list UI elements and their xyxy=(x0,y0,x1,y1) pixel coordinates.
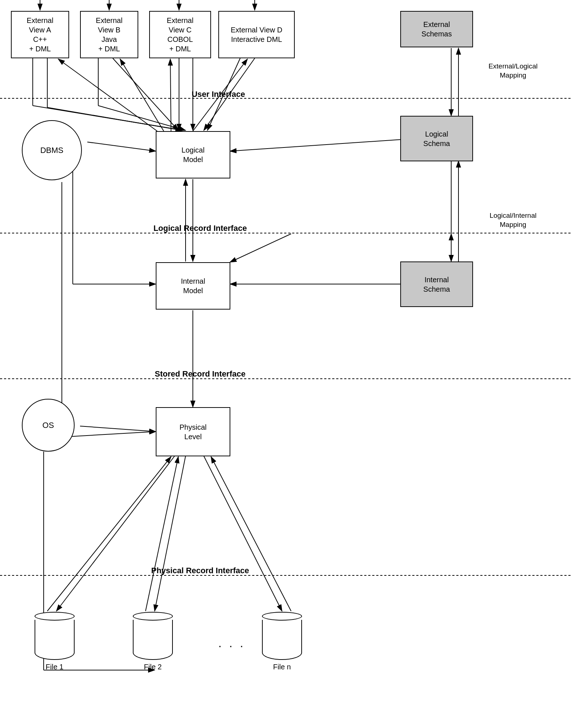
file-dots: · · · xyxy=(218,639,245,653)
logical-model-label: LogicalModel xyxy=(182,145,204,164)
file1-cylinder-body xyxy=(35,620,75,660)
file1-label: File 1 xyxy=(46,663,64,671)
ext-view-d-box: External View D Interactive DML xyxy=(218,11,295,58)
ext-view-b-label: External View B Java + DML xyxy=(96,16,122,54)
logical-model-box: LogicalModel xyxy=(156,131,230,178)
external-schemas-box: ExternalSchemas xyxy=(400,11,473,47)
os-label: OS xyxy=(43,421,54,430)
file1-cylinder-top xyxy=(35,612,75,621)
filen-cylinder-body xyxy=(262,620,302,660)
os-circle: OS xyxy=(22,399,75,452)
logical-schema-box: LogicalSchema xyxy=(400,116,473,161)
physical-record-interface-label: Physical Record Interface xyxy=(73,566,327,575)
user-interface-label: User Interface xyxy=(127,90,309,99)
svg-line-46 xyxy=(47,457,171,611)
svg-line-16 xyxy=(98,106,186,130)
file2-cylinder: File 2 xyxy=(133,612,173,671)
ext-view-c-box: External View C COBOL + DML xyxy=(149,11,211,58)
svg-line-41 xyxy=(62,432,156,437)
internal-model-box: InternalModel xyxy=(156,262,230,310)
svg-line-43 xyxy=(56,456,175,611)
internal-schema-label: InternalSchema xyxy=(423,275,450,294)
ext-logical-mapping-label: External/LogicalMapping xyxy=(477,62,549,80)
svg-line-31 xyxy=(230,138,418,151)
logical-internal-mapping-label: Logical/InternalMapping xyxy=(477,211,549,229)
logical-schema-label: LogicalSchema xyxy=(423,129,450,148)
ext-view-b-box: External View B Java + DML xyxy=(80,11,138,58)
file1-cylinder: File 1 xyxy=(35,612,75,671)
ext-view-a-box: External View A C++ + DML xyxy=(11,11,69,58)
ext-view-c-label: External View C COBOL + DML xyxy=(167,16,193,54)
filen-cylinder: File n xyxy=(262,612,302,671)
file2-cylinder-body xyxy=(133,620,173,660)
external-schemas-label: ExternalSchemas xyxy=(421,20,452,39)
logical-record-interface-label: Logical Record Interface xyxy=(73,224,327,233)
svg-line-45 xyxy=(204,456,282,611)
svg-line-47 xyxy=(146,457,178,611)
physical-level-box: PhysicalLevel xyxy=(156,407,230,456)
internal-model-label: InternalModel xyxy=(181,276,205,295)
svg-line-36 xyxy=(230,234,291,262)
svg-line-48 xyxy=(211,457,291,611)
dbms-label: DBMS xyxy=(40,146,64,155)
file2-cylinder-top xyxy=(133,612,173,621)
file2-label: File 2 xyxy=(144,663,162,671)
ext-view-d-label: External View D Interactive DML xyxy=(231,25,282,44)
internal-schema-box: InternalSchema xyxy=(400,261,473,307)
filen-cylinder-top xyxy=(262,612,302,621)
filen-label: File n xyxy=(273,663,291,671)
physical-level-label: PhysicalLevel xyxy=(179,422,206,441)
svg-line-42 xyxy=(80,426,156,432)
diagram-container: External View A C++ + DML External View … xyxy=(0,0,572,728)
dbms-circle: DBMS xyxy=(22,120,82,180)
svg-line-44 xyxy=(155,456,186,611)
svg-line-37 xyxy=(87,142,156,151)
ext-view-a-label: External View A C++ + DML xyxy=(27,16,53,54)
stored-record-interface-label: Stored Record Interface xyxy=(73,369,327,379)
